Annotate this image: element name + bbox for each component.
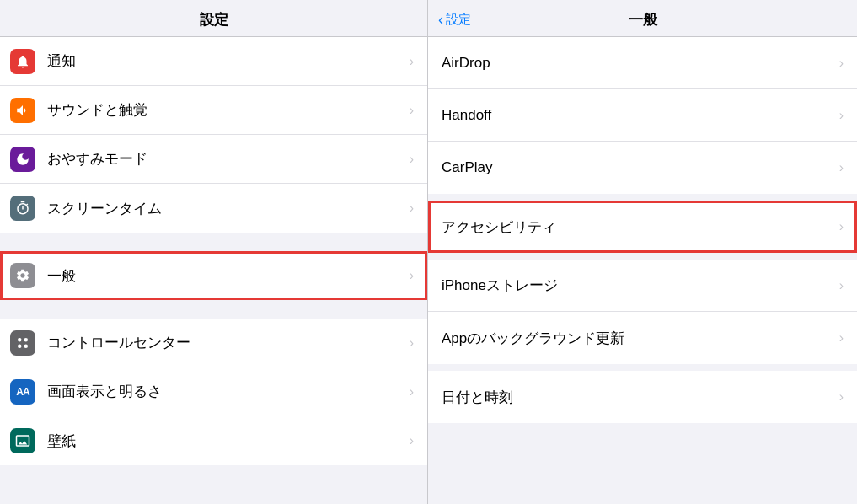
back-chevron-icon: ‹: [438, 11, 443, 29]
display-chevron: ›: [410, 384, 414, 399]
sound-icon: [10, 98, 35, 123]
iphone-storage-chevron: ›: [839, 278, 844, 293]
right-group-2: アクセシビリティ ›: [428, 201, 857, 253]
group-separator-2: [0, 300, 427, 319]
right-item-accessibility[interactable]: アクセシビリティ ›: [428, 201, 857, 253]
settings-group-1: 通知 › サウンドと触覚 › おやすみモード ›: [0, 37, 427, 233]
svg-point-0: [18, 338, 22, 342]
right-group-4: 日付と時刻 ›: [428, 371, 857, 423]
app-refresh-chevron: ›: [839, 330, 844, 346]
general-icon: [10, 263, 35, 288]
settings-item-sound[interactable]: サウンドと触覚 ›: [0, 86, 427, 135]
general-settings-panel: ‹ 設定 一般 AirDrop › Handoff › CarPlay › アク…: [428, 0, 857, 504]
airdrop-chevron: ›: [839, 56, 844, 71]
datetime-label: 日付と時刻: [442, 388, 839, 407]
settings-header: 設定: [0, 0, 427, 37]
general-title: 一般: [629, 10, 657, 29]
group-separator-1: [0, 233, 427, 251]
right-group-3: iPhoneストレージ › Appのバックグラウンド更新 ›: [428, 260, 857, 364]
accessibility-chevron: ›: [839, 219, 844, 234]
settings-panel: 設定 通知 › サウンドと触覚 ›: [0, 0, 428, 504]
iphone-storage-label: iPhoneストレージ: [442, 276, 839, 295]
notifications-icon: [10, 49, 35, 74]
settings-item-notifications[interactable]: 通知 ›: [0, 37, 427, 86]
wallpaper-label: 壁紙: [47, 432, 403, 451]
accessibility-label: アクセシビリティ: [442, 217, 839, 237]
notifications-label: 通知: [47, 51, 403, 71]
screentime-chevron: ›: [410, 201, 414, 216]
sound-chevron: ›: [410, 103, 414, 118]
app-refresh-label: Appのバックグラウンド更新: [442, 329, 839, 348]
settings-item-controlcenter[interactable]: コントロールセンター ›: [0, 319, 427, 367]
handoff-label: Handoff: [442, 107, 839, 124]
screentime-label: スクリーンタイム: [47, 199, 403, 218]
settings-group-3: コントロールセンター › AA 画面表示と明るさ › 壁紙 ›: [0, 319, 427, 465]
settings-group-2: 一般 ›: [0, 251, 427, 300]
general-label: 一般: [47, 266, 403, 286]
right-item-airdrop[interactable]: AirDrop ›: [428, 37, 857, 89]
wallpaper-chevron: ›: [410, 433, 414, 448]
display-icon: AA: [10, 379, 35, 405]
settings-item-donotdisturb[interactable]: おやすみモード ›: [0, 135, 427, 184]
airdrop-label: AirDrop: [442, 55, 839, 72]
right-group-1: AirDrop › Handoff › CarPlay ›: [428, 37, 857, 194]
general-header: ‹ 設定 一般: [428, 0, 857, 37]
carplay-chevron: ›: [839, 160, 844, 175]
svg-point-2: [18, 344, 22, 348]
svg-point-3: [24, 344, 29, 348]
donotdisturb-chevron: ›: [410, 152, 414, 167]
right-item-datetime[interactable]: 日付と時刻 ›: [428, 371, 857, 423]
carplay-label: CarPlay: [442, 159, 839, 176]
display-label: 画面表示と明るさ: [47, 382, 403, 401]
back-button[interactable]: ‹ 設定: [438, 11, 471, 29]
right-item-carplay[interactable]: CarPlay ›: [428, 142, 857, 194]
controlcenter-label: コントロールセンター: [47, 333, 403, 352]
donotdisturb-label: おやすみモード: [47, 149, 403, 169]
notifications-chevron: ›: [410, 54, 414, 69]
donotdisturb-icon: [10, 147, 35, 172]
wallpaper-icon: [10, 428, 35, 453]
back-label: 設定: [446, 12, 471, 28]
right-item-iphone-storage[interactable]: iPhoneストレージ ›: [428, 260, 857, 312]
sound-label: サウンドと触覚: [47, 100, 403, 120]
general-chevron: ›: [410, 268, 414, 283]
handoff-chevron: ›: [839, 108, 844, 123]
settings-item-wallpaper[interactable]: 壁紙 ›: [0, 416, 427, 465]
controlcenter-icon: [10, 330, 35, 356]
settings-item-screentime[interactable]: スクリーンタイム ›: [0, 184, 427, 233]
settings-item-display[interactable]: AA 画面表示と明るさ ›: [0, 367, 427, 416]
svg-point-1: [24, 338, 29, 342]
controlcenter-chevron: ›: [410, 335, 414, 351]
settings-item-general[interactable]: 一般 ›: [0, 251, 427, 300]
datetime-chevron: ›: [839, 389, 844, 405]
screentime-icon: [10, 196, 35, 221]
right-item-app-refresh[interactable]: Appのバックグラウンド更新 ›: [428, 312, 857, 364]
right-item-handoff[interactable]: Handoff ›: [428, 89, 857, 142]
